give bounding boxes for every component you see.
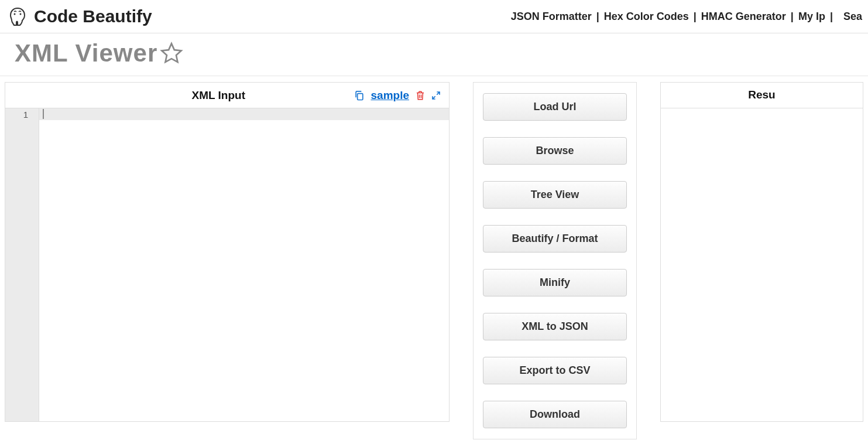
- nav-my-ip[interactable]: My Ip: [798, 11, 825, 23]
- input-panel-header: XML Input sample: [5, 83, 449, 108]
- brand-text: Code Beautify: [34, 6, 152, 26]
- xml-to-json-button[interactable]: XML to JSON: [483, 313, 627, 340]
- line-number: 1: [5, 108, 39, 121]
- top-nav: JSON Formatter | Hex Color Codes | HMAC …: [511, 11, 862, 23]
- input-panel-title: XML Input: [84, 89, 354, 102]
- main-area: XML Input sample: [0, 76, 868, 440]
- trash-icon[interactable]: [415, 90, 426, 101]
- input-panel-actions: sample: [354, 89, 441, 102]
- svg-point-0: [14, 13, 16, 15]
- copy-icon[interactable]: [354, 90, 365, 101]
- nav-json-formatter[interactable]: JSON Formatter: [511, 11, 592, 23]
- editor-gutter: 1: [5, 108, 39, 421]
- nav-separator: |: [830, 11, 833, 23]
- result-panel-title: Resu: [661, 83, 863, 108]
- page-title-row: XML Viewer: [0, 33, 868, 76]
- top-header: Code Beautify JSON Formatter | Hex Color…: [0, 0, 868, 33]
- input-panel: XML Input sample: [5, 82, 450, 422]
- nav-separator: |: [596, 11, 599, 23]
- actions-panel: Load Url Browse Tree View Beautify / For…: [473, 82, 637, 439]
- minify-button[interactable]: Minify: [483, 269, 627, 296]
- result-content[interactable]: [661, 108, 863, 421]
- svg-rect-2: [357, 93, 362, 100]
- nav-hex-color-codes[interactable]: Hex Color Codes: [604, 11, 689, 23]
- download-button[interactable]: Download: [483, 401, 627, 428]
- beautify-button[interactable]: Beautify / Format: [483, 225, 627, 253]
- tree-view-button[interactable]: Tree View: [483, 181, 627, 209]
- page-title: XML Viewer: [15, 39, 157, 67]
- brain-icon: [6, 5, 29, 28]
- load-url-button[interactable]: Load Url: [483, 93, 627, 121]
- editor-body[interactable]: 1: [5, 108, 449, 421]
- nav-separator: |: [791, 11, 794, 23]
- nav-search[interactable]: Sea: [843, 11, 862, 23]
- nav-hmac-generator[interactable]: HMAC Generator: [701, 11, 786, 23]
- nav-separator: |: [694, 11, 697, 23]
- sample-link[interactable]: sample: [371, 89, 409, 102]
- svg-point-1: [20, 13, 22, 15]
- browse-button[interactable]: Browse: [483, 137, 627, 165]
- active-line-highlight: [39, 108, 449, 120]
- expand-icon[interactable]: [431, 91, 441, 100]
- brand[interactable]: Code Beautify: [6, 5, 152, 28]
- star-icon[interactable]: [160, 42, 183, 65]
- result-panel: Resu: [660, 82, 863, 422]
- export-csv-button[interactable]: Export to CSV: [483, 357, 627, 384]
- editor-cursor: [43, 109, 44, 119]
- editor-content[interactable]: [39, 108, 449, 421]
